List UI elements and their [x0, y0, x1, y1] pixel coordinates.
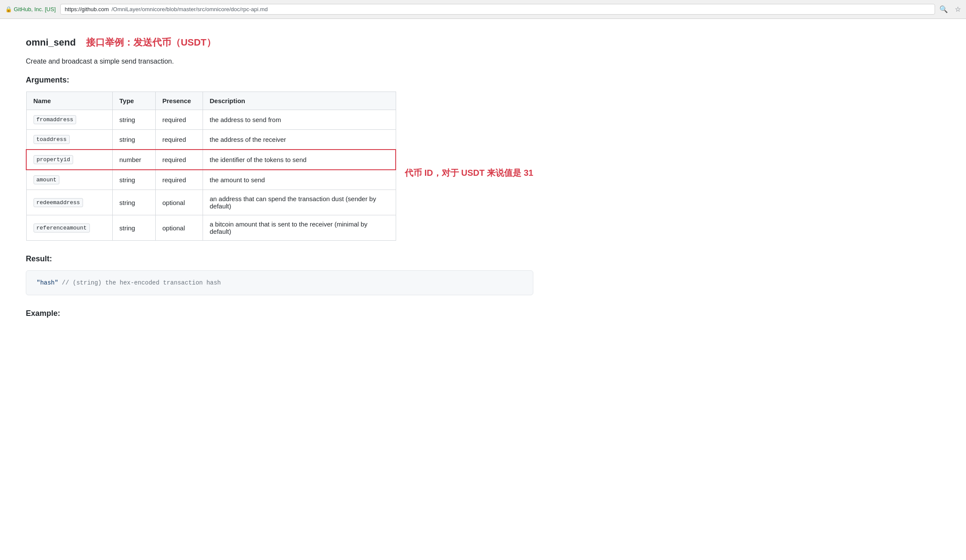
cell-type: string: [112, 190, 155, 215]
cell-presence: optional: [155, 215, 203, 241]
cell-presence: required: [155, 110, 203, 130]
api-description: Create and broadcast a simple send trans…: [26, 58, 533, 65]
result-section: Result: "hash" // (string) the hex-encod…: [26, 254, 533, 295]
title-row: omni_send 接口举例：发送代币（USDT）: [26, 36, 533, 49]
cell-type: string: [112, 215, 155, 241]
browser-chrome: 🔒 GitHub, Inc. [US] https://github.com /…: [0, 0, 966, 19]
table-row: amountstringrequiredthe amount to send: [26, 170, 396, 190]
table-wrapper: Name Type Presence Description fromaddre…: [26, 92, 533, 254]
api-subtitle: 接口举例：发送代币（USDT）: [86, 36, 216, 49]
url-bar[interactable]: https://github.com /OmniLayer/omnicore/b…: [60, 4, 935, 15]
cell-presence: required: [155, 170, 203, 190]
param-name-badge: toaddress: [34, 135, 70, 144]
security-label: GitHub, Inc. [US]: [14, 6, 56, 12]
cell-name: redeemaddress: [26, 190, 112, 215]
search-icon[interactable]: 🔍: [939, 5, 948, 13]
url-origin: https://github.com: [65, 6, 109, 12]
cell-type: string: [112, 130, 155, 150]
param-name-badge: referenceamount: [34, 223, 90, 233]
page-content: omni_send 接口举例：发送代币（USDT） Create and bro…: [0, 19, 559, 335]
cell-name: amount: [26, 170, 112, 190]
table-row: referenceamountstringoptionala bitcoin a…: [26, 215, 396, 241]
col-name: Name: [26, 92, 112, 110]
result-code-block: "hash" // (string) the hex-encoded trans…: [26, 270, 533, 295]
param-name-badge: amount: [34, 175, 60, 184]
url-path: /OmniLayer/omnicore/blob/master/src/omni…: [111, 6, 268, 12]
table-row: propertyidnumberrequiredthe identifier o…: [26, 150, 396, 170]
security-badge: 🔒 GitHub, Inc. [US]: [5, 6, 56, 12]
cell-presence: required: [155, 150, 203, 170]
result-heading: Result:: [26, 254, 533, 263]
col-type: Type: [112, 92, 155, 110]
lock-icon: 🔒: [5, 6, 12, 12]
cell-type: string: [112, 170, 155, 190]
cell-presence: required: [155, 130, 203, 150]
table-row: toaddressstringrequiredthe address of th…: [26, 130, 396, 150]
cell-description: an address that can spend the transactio…: [203, 190, 396, 215]
cell-name: toaddress: [26, 130, 112, 150]
bookmark-icon[interactable]: ☆: [955, 5, 961, 13]
api-name: omni_send: [26, 37, 76, 48]
annotation-text: 代币 ID，对于 USDT 来说值是 31: [396, 167, 533, 179]
table-header-row: Name Type Presence Description: [26, 92, 396, 110]
browser-icons: 🔍 ☆: [939, 5, 961, 13]
cell-description: the address to send from: [203, 110, 396, 130]
cell-description: a bitcoin amount that is sent to the rec…: [203, 215, 396, 241]
table-row: redeemaddressstringoptionalan address th…: [26, 190, 396, 215]
cell-description: the address of the receiver: [203, 130, 396, 150]
code-hash-comment: // (string) the hex-encoded transaction …: [62, 279, 221, 286]
param-name-badge: redeemaddress: [34, 198, 83, 207]
example-section: Example:: [26, 309, 533, 318]
arguments-heading: Arguments:: [26, 76, 533, 85]
cell-type: number: [112, 150, 155, 170]
col-description: Description: [203, 92, 396, 110]
col-presence: Presence: [155, 92, 203, 110]
param-name-badge: propertyid: [34, 155, 73, 164]
code-hash-string: "hash": [37, 279, 58, 286]
arguments-table: Name Type Presence Description fromaddre…: [26, 92, 396, 241]
cell-type: string: [112, 110, 155, 130]
cell-presence: optional: [155, 190, 203, 215]
cell-description: the amount to send: [203, 170, 396, 190]
param-name-badge: fromaddress: [34, 115, 77, 124]
cell-name: referenceamount: [26, 215, 112, 241]
cell-name: fromaddress: [26, 110, 112, 130]
example-heading: Example:: [26, 309, 533, 318]
table-row: fromaddressstringrequiredthe address to …: [26, 110, 396, 130]
cell-description: the identifier of the tokens to send: [203, 150, 396, 170]
cell-name: propertyid: [26, 150, 112, 170]
